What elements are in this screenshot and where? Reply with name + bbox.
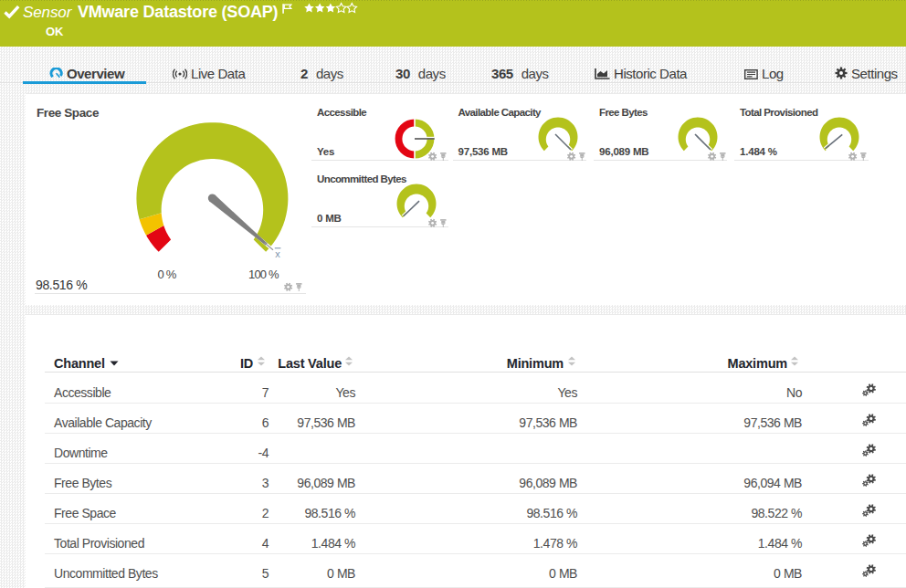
svg-text:x: x [275,248,280,259]
